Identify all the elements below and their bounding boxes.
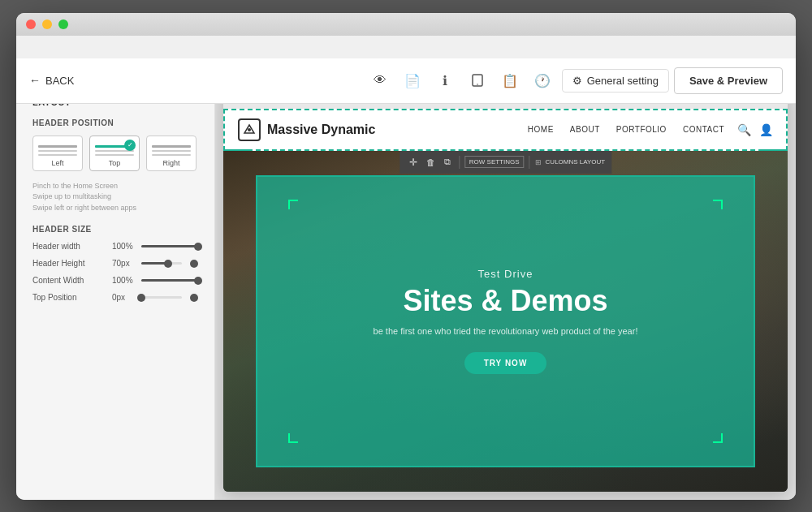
gear-icon: ⚙: [572, 75, 582, 87]
hint-line1: Pinch to the Home Screen: [32, 181, 198, 192]
hero-title: Sites & Demos: [403, 285, 607, 317]
header-width-value: 100%: [112, 242, 135, 251]
sidebar-hint: Pinch to the Home Screen Swipe up to mul…: [32, 181, 198, 214]
pos-left-button[interactable]: Left: [32, 136, 83, 171]
row-settings-button[interactable]: ROW SETTINGS: [464, 156, 525, 168]
columns-icon: ⊞: [535, 158, 542, 166]
hero-desc: be the first one who tried the revolutio…: [374, 326, 638, 336]
top-position-dot: [190, 294, 198, 302]
doc-icon-button[interactable]: 📄: [398, 66, 427, 95]
header-position-title: HEADER POSITION: [32, 118, 198, 127]
header-size-title: HEADER SIZE: [32, 225, 198, 234]
nav-about[interactable]: ABOUT: [570, 125, 600, 134]
header-width-label: Header width: [32, 242, 106, 251]
site-nav: HOME ABOUT PORTFOLIO CONTACT: [528, 125, 724, 134]
header-height-label: Header Height: [32, 259, 106, 268]
toolbar-separator-1: [459, 156, 460, 169]
site-logo: Massive Dynamic: [238, 118, 375, 141]
pos-right-label: Right: [162, 159, 179, 167]
toolbar-icons: 👁 📄 ℹ 📋 🕐: [365, 66, 557, 95]
active-check-badge: ✓: [124, 140, 136, 151]
file-icon-button[interactable]: 📋: [495, 66, 525, 95]
site-header-actions: 🔍 👤: [737, 123, 773, 136]
top-position-row: Top Position 0px: [32, 293, 198, 302]
hero-cta-button[interactable]: TRY NOW: [464, 352, 547, 374]
site-logo-text: Massive Dynamic: [267, 123, 375, 137]
back-arrow-icon: ←: [29, 74, 41, 87]
hero-corner-tl: [288, 200, 298, 209]
hero-subtitle: Test Drive: [478, 268, 533, 280]
header-width-row: Header width 100%: [32, 242, 198, 251]
maximize-button[interactable]: [58, 19, 68, 29]
nav-portfolio[interactable]: PORTFOLIO: [616, 125, 667, 134]
svg-point-1: [477, 84, 478, 85]
mac-window: ← BACK 👁 📄 ℹ 📋 🕐 ⚙ General sett: [16, 13, 796, 500]
site-hero: ✛ 🗑 ⧉ ROW SETTINGS ⊞ CULOMNS LAYOUT: [223, 151, 788, 492]
tablet-icon-button[interactable]: [463, 66, 492, 95]
back-button[interactable]: ← BACK: [29, 74, 74, 87]
header-height-track[interactable]: [141, 262, 182, 265]
nav-home[interactable]: HOME: [528, 125, 554, 134]
pos-top-button[interactable]: Top ✓: [89, 136, 140, 171]
info-icon-button[interactable]: ℹ: [430, 66, 460, 95]
pos-left-label: Left: [51, 159, 63, 167]
content-width-track[interactable]: [141, 279, 198, 282]
hero-cta-label: TRY NOW: [484, 359, 528, 368]
tablet-icon: [471, 74, 484, 87]
browser-body: Massive Dynamic HOME ABOUT PORTFOLIO CON…: [223, 109, 788, 492]
content-width-row: Content Width 100%: [32, 276, 198, 285]
content-width-label: Content Width: [32, 276, 106, 285]
hero-corner-br: [713, 433, 723, 443]
top-position-label: Top Position: [32, 293, 106, 302]
svg-point-3: [248, 128, 251, 131]
row-move-button[interactable]: ✛: [406, 157, 421, 168]
user-icon[interactable]: 👤: [759, 123, 773, 136]
logo-svg-icon: [243, 123, 256, 136]
hero-corner-bl: [288, 433, 298, 443]
save-preview-label: Save & Preview: [689, 75, 767, 87]
search-icon[interactable]: 🔍: [737, 123, 751, 136]
row-delete-button[interactable]: 🗑: [423, 157, 438, 167]
sidebar: LAYOUT HEADER POSITION Left: [16, 81, 215, 500]
toolbar-separator-2: [529, 156, 530, 169]
eye-icon-button[interactable]: 👁: [365, 66, 395, 95]
general-setting-label: General setting: [587, 75, 659, 87]
hero-overlay-box: Test Drive Sites & Demos be the first on…: [256, 175, 755, 467]
row-copy-button[interactable]: ⧉: [441, 157, 454, 167]
top-position-track[interactable]: [141, 296, 182, 299]
preview-area: Massive Dynamic HOME ABOUT PORTFOLIO CON…: [215, 81, 796, 500]
save-preview-button[interactable]: Save & Preview: [674, 67, 783, 94]
pos-top-label: Top: [109, 159, 121, 167]
hint-line3: Swipe left or right between apps: [32, 203, 198, 214]
nav-contact[interactable]: CONTACT: [683, 125, 724, 134]
hint-line2: Swipe up to multitasking: [32, 191, 198, 203]
preview-browser: Massive Dynamic HOME ABOUT PORTFOLIO CON…: [223, 89, 788, 492]
content-width-value: 100%: [112, 276, 135, 285]
row-toolbar: ✛ 🗑 ⧉ ROW SETTINGS ⊞ CULOMNS LAYOUT: [400, 151, 611, 174]
header-height-row: Header Height 70px: [32, 259, 198, 268]
columns-layout-button[interactable]: CULOMNS LAYOUT: [546, 158, 606, 166]
main-content: LAYOUT HEADER POSITION Left: [16, 81, 796, 500]
site-header: Massive Dynamic HOME ABOUT PORTFOLIO CON…: [223, 109, 788, 151]
header-width-track[interactable]: [141, 245, 198, 247]
back-label: BACK: [45, 75, 74, 87]
hero-corner-tr: [713, 200, 723, 209]
pos-right-button[interactable]: Right: [146, 136, 197, 171]
minimize-button[interactable]: [42, 19, 52, 29]
top-position-value: 0px: [112, 293, 135, 302]
clock-icon-button[interactable]: 🕐: [528, 66, 557, 95]
header-height-value: 70px: [112, 259, 135, 268]
site-logo-icon: [238, 118, 261, 141]
mac-titlebar: [16, 13, 796, 36]
header-height-dot: [190, 260, 198, 268]
general-setting-button[interactable]: ⚙ General setting: [562, 69, 669, 93]
close-button[interactable]: [26, 19, 36, 29]
header-position-group: Left Top ✓: [32, 136, 198, 171]
main-toolbar: ← BACK 👁 📄 ℹ 📋 🕐 ⚙ General sett: [16, 58, 796, 104]
